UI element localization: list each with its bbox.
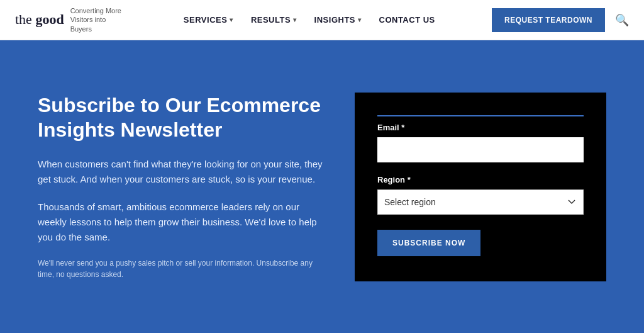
email-required-marker: * xyxy=(401,123,404,132)
hero-content-left: Subscribe to Our Ecommerce Insights News… xyxy=(38,93,327,280)
logo-area: the good Converting More Visitors into B… xyxy=(15,6,127,33)
logo-tagline: Converting More Visitors into Buyers xyxy=(70,6,127,33)
hero-section: Subscribe to Our Ecommerce Insights News… xyxy=(0,40,644,333)
header: the good Converting More Visitors into B… xyxy=(0,0,644,40)
nav-right: REQUEST TEARDOWN 🔍 xyxy=(492,8,629,32)
search-icon: 🔍 xyxy=(615,14,629,26)
main-nav: SERVICES ▾ RESULTS ▾ INSIGHTS ▾ CONTACT … xyxy=(184,15,435,25)
search-button[interactable]: 🔍 xyxy=(615,13,629,27)
email-label: Email * xyxy=(377,123,584,132)
nav-item-insights[interactable]: INSIGHTS ▾ xyxy=(314,15,362,25)
hero-fine-print: We'll never send you a pushy sales pitch… xyxy=(38,257,327,280)
newsletter-form-panel: Email * Region * Select region North Ame… xyxy=(355,93,606,281)
chevron-down-icon: ▾ xyxy=(358,16,362,23)
subscribe-now-button[interactable]: SUBSCRIBE NOW xyxy=(377,230,480,256)
region-required-marker: * xyxy=(408,175,411,184)
email-field-group: Email * xyxy=(377,115,584,162)
nav-item-contact[interactable]: CONTACT US xyxy=(379,15,435,25)
region-select[interactable]: Select region North America Europe Asia … xyxy=(377,189,584,215)
nav-item-services[interactable]: SERVICES ▾ xyxy=(184,15,233,25)
hero-body-paragraph-2: Thousands of smart, ambitious ecommerce … xyxy=(38,200,327,245)
logo-text: the good xyxy=(15,11,64,28)
email-input[interactable] xyxy=(377,137,584,162)
chevron-down-icon: ▾ xyxy=(293,16,297,23)
region-label: Region * xyxy=(377,175,584,184)
nav-item-results[interactable]: RESULTS ▾ xyxy=(251,15,297,25)
request-teardown-button[interactable]: REQUEST TEARDOWN xyxy=(492,8,605,32)
hero-body-paragraph-1: When customers can't find what they're l… xyxy=(38,157,327,187)
region-field-group: Region * Select region North America Eur… xyxy=(377,175,584,215)
hero-title: Subscribe to Our Ecommerce Insights News… xyxy=(38,93,327,142)
chevron-down-icon: ▾ xyxy=(230,16,233,23)
